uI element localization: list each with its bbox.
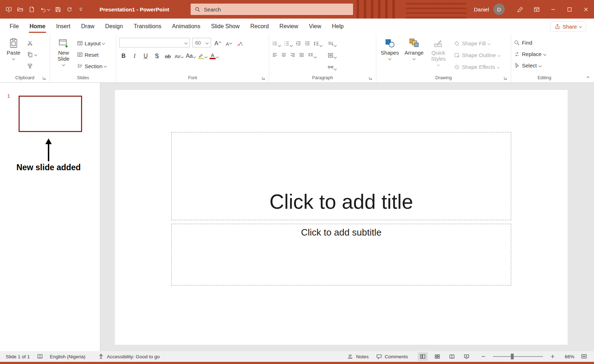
- slide-sorter-view-button[interactable]: [432, 352, 442, 361]
- maximize-button[interactable]: [561, 0, 578, 19]
- new-file-icon[interactable]: [29, 6, 35, 12]
- justify-button[interactable]: [299, 50, 304, 58]
- collapse-ribbon-icon[interactable]: [587, 76, 589, 79]
- reading-view-button[interactable]: [447, 352, 457, 361]
- subtitle-placeholder[interactable]: Click to add subtitle: [171, 224, 511, 285]
- replace-button[interactable]: Replace: [514, 50, 546, 58]
- cut-button[interactable]: [27, 39, 37, 47]
- zoom-in-button[interactable]: [548, 352, 558, 361]
- zoom-out-button[interactable]: [478, 352, 488, 361]
- quick-styles-button[interactable]: Quick Styles: [428, 36, 449, 73]
- decrease-font-size-button[interactable]: A: [225, 38, 233, 47]
- increase-font-size-button[interactable]: A: [213, 38, 222, 47]
- open-file-icon[interactable]: [17, 6, 23, 12]
- tab-help[interactable]: Help: [327, 19, 349, 34]
- new-slide-button[interactable]: New Slide: [53, 36, 74, 73]
- convert-to-smartart-button[interactable]: [328, 62, 336, 70]
- ribbon-display-options-button[interactable]: [528, 0, 545, 19]
- language-button[interactable]: English (Nigeria): [50, 354, 86, 359]
- paste-button[interactable]: Paste: [3, 36, 24, 73]
- tab-file[interactable]: File: [4, 19, 24, 34]
- drawing-dialog-launcher-icon[interactable]: [504, 76, 507, 80]
- select-button[interactable]: Select: [514, 61, 546, 70]
- arrange-icon: [409, 38, 419, 49]
- align-text-button[interactable]: [328, 50, 336, 58]
- align-center-button[interactable]: [281, 50, 287, 58]
- close-button[interactable]: [578, 0, 594, 19]
- slide-indicator[interactable]: Slide 1 of 1: [6, 354, 30, 359]
- slide-sorter-icon: [434, 354, 440, 359]
- tab-animations[interactable]: Animations: [167, 19, 206, 34]
- character-spacing-button[interactable]: AV: [175, 51, 183, 60]
- tab-design[interactable]: Design: [100, 19, 129, 34]
- font-color-button[interactable]: A: [210, 51, 218, 60]
- bullets-button[interactable]: [272, 39, 281, 46]
- section-button[interactable]: Section: [77, 62, 106, 70]
- find-button[interactable]: Find: [514, 39, 546, 47]
- search-box[interactable]: [191, 4, 353, 15]
- shapes-button[interactable]: Shapes: [379, 36, 401, 73]
- increase-indent-button[interactable]: [304, 39, 310, 46]
- text-direction-button[interactable]: [328, 39, 336, 46]
- notes-button[interactable]: Notes: [347, 354, 368, 359]
- underline-button[interactable]: U: [141, 51, 150, 60]
- tab-insert[interactable]: Insert: [51, 19, 76, 34]
- text-shadow-button[interactable]: S: [152, 51, 161, 60]
- slide-thumbnail[interactable]: [19, 96, 82, 132]
- search-input[interactable]: [204, 6, 349, 12]
- tab-home[interactable]: Home: [24, 19, 51, 34]
- zoom-slider[interactable]: [493, 356, 543, 357]
- font-size-combobox[interactable]: 60: [192, 38, 211, 47]
- columns-button[interactable]: [308, 50, 316, 58]
- clear-formatting-button[interactable]: [236, 38, 244, 47]
- minimize-button[interactable]: [545, 0, 561, 19]
- accessibility-status[interactable]: Accessibility: Good to go: [98, 354, 160, 359]
- title-placeholder[interactable]: Click to add title: [171, 132, 511, 220]
- fit-slide-to-window-button[interactable]: [579, 352, 589, 361]
- arrange-button[interactable]: Arrange: [403, 36, 425, 73]
- user-name[interactable]: Daniel: [474, 6, 489, 12]
- share-button[interactable]: Share: [550, 21, 586, 32]
- decrease-indent-button[interactable]: [296, 39, 301, 46]
- italic-button[interactable]: I: [130, 51, 139, 60]
- save-icon[interactable]: [55, 6, 61, 12]
- zoom-level[interactable]: 66%: [562, 354, 574, 359]
- customize-qat-icon[interactable]: [78, 6, 84, 12]
- tab-slide-show[interactable]: Slide Show: [206, 19, 245, 34]
- redo-icon[interactable]: [66, 6, 72, 12]
- zoom-slider-handle[interactable]: [511, 354, 514, 359]
- normal-view-button[interactable]: [418, 352, 428, 361]
- numbering-button[interactable]: [284, 39, 292, 46]
- tab-review[interactable]: Review: [274, 19, 303, 34]
- shape-effects-button[interactable]: Shape Effects: [454, 63, 500, 71]
- align-left-button[interactable]: [272, 50, 278, 58]
- reset-button[interactable]: Reset: [77, 51, 106, 59]
- text-highlight-button[interactable]: [198, 51, 207, 60]
- font-dialog-launcher-icon[interactable]: [262, 76, 265, 80]
- start-slideshow-icon[interactable]: [6, 6, 12, 12]
- layout-button[interactable]: Layout: [77, 39, 106, 47]
- format-painter-button[interactable]: [27, 62, 37, 70]
- avatar[interactable]: D: [493, 4, 505, 15]
- strikethrough-button[interactable]: ab: [163, 51, 172, 60]
- tab-record[interactable]: Record: [245, 19, 274, 34]
- ink-pen-button[interactable]: [512, 0, 528, 19]
- font-name-combobox[interactable]: [119, 38, 190, 47]
- slide-show-view-button[interactable]: [462, 352, 472, 361]
- slide-canvas: Click to add title Click to add subtitle: [115, 90, 568, 345]
- tab-transitions[interactable]: Transitions: [128, 19, 167, 34]
- tab-draw[interactable]: Draw: [76, 19, 100, 34]
- paragraph-dialog-launcher-icon[interactable]: [369, 76, 372, 80]
- shape-outline-button[interactable]: Shape Outline: [454, 51, 500, 59]
- shape-fill-button[interactable]: Shape Fill: [454, 39, 500, 47]
- comments-button[interactable]: Comments: [376, 354, 408, 359]
- tab-view[interactable]: View: [303, 19, 326, 34]
- undo-button[interactable]: [40, 6, 50, 12]
- change-case-button[interactable]: Aa: [186, 51, 196, 60]
- line-spacing-button[interactable]: [313, 39, 322, 46]
- spell-check-icon[interactable]: [37, 354, 43, 359]
- align-right-button[interactable]: [290, 50, 296, 58]
- bold-button[interactable]: B: [119, 51, 128, 60]
- clipboard-dialog-launcher-icon[interactable]: [42, 76, 46, 80]
- copy-button[interactable]: [27, 51, 37, 59]
